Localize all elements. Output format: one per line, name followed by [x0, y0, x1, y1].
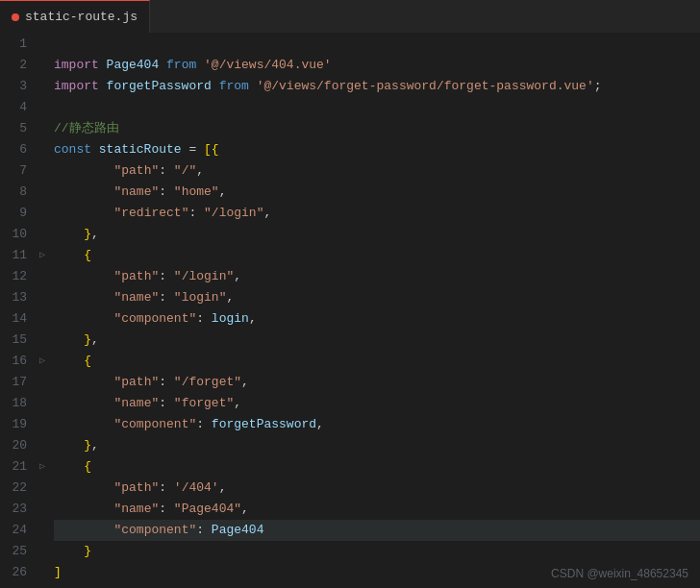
- ident-page404: Page404: [107, 55, 166, 76]
- indent-17: [54, 372, 113, 393]
- line-num-26: 26: [8, 562, 27, 583]
- line-num-8: 8: [8, 182, 27, 203]
- fold-6: [35, 139, 50, 160]
- comma-18: ,: [234, 393, 241, 414]
- fold-2: [35, 55, 50, 76]
- comma-17: ,: [241, 372, 249, 393]
- indent-24: [54, 520, 113, 541]
- code-line-23: "name": "Page404",: [54, 499, 700, 520]
- code-line-21: {: [54, 456, 700, 478]
- bracket-10: }: [84, 224, 91, 245]
- ident-staticroute: staticRoute: [99, 139, 189, 160]
- comma-22: ,: [219, 478, 227, 499]
- indent-11: [54, 245, 84, 266]
- code-line-12: "path": "/login",: [54, 266, 700, 287]
- val-name-18: "forget": [174, 393, 234, 414]
- key-component-14: "component": [113, 308, 196, 330]
- bracket-11: {: [84, 245, 91, 266]
- line-num-7: 7: [8, 160, 27, 182]
- code-line-14: "component": login,: [54, 308, 700, 330]
- fold-25: [35, 541, 50, 562]
- code-line-18: "name": "forget",: [54, 393, 700, 414]
- key-component-24: "component": [113, 520, 196, 541]
- kw-from-3: from: [219, 76, 257, 97]
- val-redirect-9: "/login": [204, 203, 263, 224]
- line-num-15: 15: [8, 330, 27, 351]
- line-num-13: 13: [8, 287, 27, 308]
- comma-7: ,: [196, 160, 204, 182]
- line-num-16: 16: [8, 351, 27, 372]
- fold-20: [35, 435, 50, 456]
- indent-10: [54, 224, 84, 245]
- comma-8: ,: [219, 182, 227, 203]
- code-line-13: "name": "login",: [54, 287, 700, 308]
- code-line-6: const staticRoute = [{: [54, 139, 700, 160]
- code-line-3: import forgetPassword from '@/views/forg…: [54, 76, 700, 97]
- fold-18: [35, 393, 50, 414]
- key-path-17: "path": [113, 372, 159, 393]
- tab-static-route[interactable]: static-route.js: [0, 0, 150, 33]
- comma-9: ,: [263, 203, 271, 224]
- line-num-2: 2: [8, 55, 27, 76]
- val-name-13: "login": [174, 287, 227, 308]
- str-path-2: '@/views/404.vue': [204, 55, 332, 76]
- line-num-20: 20: [8, 435, 27, 456]
- colon-9: :: [188, 203, 204, 224]
- colon-12: :: [159, 266, 174, 287]
- code-line-1: [54, 34, 700, 55]
- bracket-20: }: [84, 435, 91, 456]
- line-num-25: 25: [8, 541, 27, 562]
- val-component-14: login: [212, 308, 249, 330]
- colon-7: :: [159, 160, 174, 182]
- line-num-3: 3: [8, 76, 27, 97]
- fold-11[interactable]: ▷: [35, 245, 50, 266]
- code-line-20: },: [54, 435, 700, 456]
- code-lines: import Page404 from '@/views/404.vue' im…: [50, 34, 700, 588]
- tab-filename: static-route.js: [25, 10, 138, 24]
- code-line-15: },: [54, 330, 700, 351]
- val-component-24: Page404: [212, 520, 264, 541]
- ident-forgetpassword: forgetPassword: [107, 76, 219, 97]
- fold-13: [35, 287, 50, 308]
- tab-modified-dot: [12, 13, 19, 21]
- comma-23: ,: [241, 499, 249, 520]
- fold-8: [35, 182, 50, 203]
- indent-16: [54, 351, 84, 372]
- fold-4: [35, 97, 50, 118]
- line-num-17: 17: [8, 372, 27, 393]
- colon-24: :: [196, 520, 212, 541]
- fold-19: [35, 414, 50, 435]
- line-num-1: 1: [8, 34, 27, 55]
- comma-19: ,: [316, 414, 324, 435]
- fold-26: [35, 562, 50, 583]
- val-path-12: "/login": [174, 266, 234, 287]
- fold-16[interactable]: ▷: [35, 351, 50, 372]
- comma-12: ,: [234, 266, 241, 287]
- code-editor: 1 2 3 4 5 6 7 8 9 10 11 12 13 14 15 16 1…: [0, 34, 700, 588]
- fold-17: [35, 372, 50, 393]
- key-name-13: "name": [113, 287, 159, 308]
- code-line-24: "component": Page404: [54, 520, 700, 541]
- comma-20: ,: [91, 435, 99, 456]
- key-redirect-9: "redirect": [113, 203, 188, 224]
- indent-23: [54, 499, 113, 520]
- line-num-19: 19: [8, 414, 27, 435]
- indent-14: [54, 308, 113, 330]
- indent-20: [54, 435, 84, 456]
- line-num-22: 22: [8, 478, 27, 499]
- indent-18: [54, 393, 113, 414]
- fold-21[interactable]: ▷: [35, 456, 50, 478]
- colon-13: :: [159, 287, 174, 308]
- fold-23: [35, 499, 50, 520]
- comma-15: ,: [91, 330, 99, 351]
- line-num-10: 10: [8, 224, 27, 245]
- code-line-16: {: [54, 351, 700, 372]
- bracket-6a: [: [204, 139, 212, 160]
- bracket-21: {: [84, 456, 91, 478]
- comment-5: //静态路由: [54, 118, 119, 139]
- code-line-7: "path": "/",: [54, 160, 700, 182]
- code-line-4: [54, 97, 700, 118]
- line-num-23: 23: [8, 499, 27, 520]
- code-line-19: "component": forgetPassword,: [54, 414, 700, 435]
- line-num-12: 12: [8, 266, 27, 287]
